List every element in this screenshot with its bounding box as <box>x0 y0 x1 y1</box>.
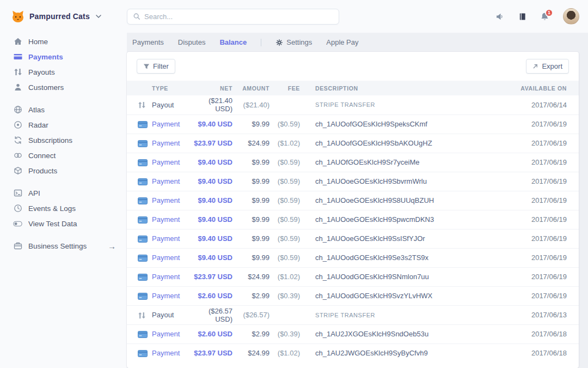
transaction-type-link[interactable]: Payment <box>152 254 180 262</box>
tab-settings[interactable]: Settings <box>275 38 312 46</box>
table-row[interactable]: Payment $9.40 USD $9.99 ($0.59) ch_1AUOo… <box>127 114 579 134</box>
transaction-description: ch_1AUOodGOEsKlcH9SvzYLvHWX <box>300 286 513 305</box>
net-amount: $9.40 USD <box>190 248 232 267</box>
sidebar-item-business-settings[interactable]: Business Settings → <box>13 238 127 254</box>
products-box-icon <box>13 166 22 176</box>
sidebar-item-label: Events & Logs <box>28 204 76 213</box>
tab-disputes[interactable]: Disputes <box>178 38 206 46</box>
type-icon-cell <box>127 172 152 191</box>
table-row[interactable]: Payment $2.60 USD $2.99 ($0.39) ch_1AU2J… <box>127 324 579 343</box>
sidebar-item-products[interactable]: Products <box>13 163 127 178</box>
transaction-type-link[interactable]: Payment <box>152 158 180 166</box>
table-row[interactable]: Payment $9.40 USD $9.99 ($0.59) ch_1AUOo… <box>127 229 579 248</box>
transaction-type-link[interactable]: Payout <box>152 311 174 319</box>
sidebar-item-atlas[interactable]: Atlas <box>13 102 127 117</box>
transaction-type-link[interactable]: Payment <box>152 330 180 338</box>
table-row[interactable]: Payment $9.40 USD $9.99 ($0.59) ch_1AUOo… <box>127 210 579 229</box>
export-button[interactable]: Export <box>526 59 569 74</box>
payment-card-icon <box>138 178 148 185</box>
table-row[interactable]: Payout ($26.57 USD) ($26.57) STRIPE TRAN… <box>127 305 579 324</box>
table-row[interactable]: Payout ($21.40 USD) ($21.40) STRIPE TRAN… <box>127 95 579 114</box>
transaction-type-link[interactable]: Payment <box>152 120 180 128</box>
card-toolbar: Filter Export <box>127 52 579 81</box>
header-available-on: AVAILABLE ON <box>513 81 579 95</box>
app-root: Pampurred Cats 1 <box>0 0 588 368</box>
transaction-type-link[interactable]: Payment <box>152 234 180 243</box>
sidebar-item-subscriptions[interactable]: Subscriptions <box>13 132 127 148</box>
api-terminal-icon <box>13 189 22 198</box>
type-icon-cell <box>127 324 152 343</box>
transaction-type-link[interactable]: Payment <box>152 196 180 204</box>
docs-book-icon[interactable] <box>518 13 526 21</box>
gross-amount: $9.99 <box>232 172 270 191</box>
account-logo-cat-icon <box>11 9 25 23</box>
sidebar-item-events-logs[interactable]: Events & Logs <box>13 201 127 216</box>
notifications-bell-icon[interactable]: 1 <box>540 12 549 21</box>
type-icon-cell <box>127 343 152 363</box>
tab-apple-pay[interactable]: Apple Pay <box>326 38 358 46</box>
tab-label: Payments <box>132 38 164 46</box>
transaction-type-link[interactable]: Payment <box>152 349 180 357</box>
gross-amount: $24.99 <box>232 267 270 286</box>
sidebar-item-customers[interactable]: Customers <box>13 80 127 95</box>
transaction-type-link[interactable]: Payment <box>152 215 180 224</box>
account-switcher[interactable]: Pampurred Cats <box>0 9 127 23</box>
transaction-description: ch_1AUOfGOEsKlcH9Sr7yceiMe <box>300 153 513 172</box>
main-content: Payments Disputes Balance Settings Apple… <box>127 33 588 368</box>
header-net: NET <box>190 81 232 95</box>
sidebar-item-radar[interactable]: Radar <box>13 117 127 132</box>
sidebar-item-label: View Test Data <box>28 220 77 228</box>
net-amount: $9.40 USD <box>190 210 232 229</box>
transaction-description: ch_1AUOoeGOEsKlcH9SpwcmDKN3 <box>300 210 513 229</box>
transaction-type-link[interactable]: Payment <box>152 139 180 147</box>
type-icon-cell <box>127 286 152 305</box>
table-row[interactable]: Payment $2.60 USD $2.99 ($0.39) ch_1AUOo… <box>127 286 579 305</box>
filter-button[interactable]: Filter <box>137 59 175 74</box>
tab-payments[interactable]: Payments <box>132 38 164 46</box>
table-row[interactable]: Payment $9.40 USD $9.99 ($0.59) ch_1AUOf… <box>127 153 579 172</box>
transaction-type-link[interactable]: Payment <box>152 177 180 185</box>
transaction-type-link[interactable]: Payment <box>152 273 180 281</box>
sidebar-item-payouts[interactable]: Payouts <box>13 64 127 80</box>
transaction-type-link[interactable]: Payout <box>152 101 174 109</box>
sidebar-item-payments[interactable]: Payments <box>13 49 127 64</box>
payments-card-icon <box>13 52 22 62</box>
search-icon <box>133 13 140 20</box>
table-row[interactable]: Payment $23.97 USD $24.99 ($1.02) ch_1AU… <box>127 134 579 153</box>
gross-amount: $9.99 <box>232 229 270 248</box>
sidebar-item-connect[interactable]: Connect <box>13 148 127 163</box>
filter-funnel-icon <box>143 63 150 70</box>
announcements-megaphone-icon[interactable] <box>495 12 505 21</box>
search-input[interactable] <box>144 13 333 21</box>
sidebar: Home Payments Payouts Customers <box>0 33 127 368</box>
transaction-description: ch_1AUOodGOEsKlcH9SNmlon7uu <box>300 267 513 286</box>
user-avatar[interactable] <box>563 8 579 25</box>
sidebar-item-view-test-data[interactable]: View Test Data <box>13 216 127 231</box>
sidebar-item-api[interactable]: API <box>13 185 127 201</box>
gross-amount: $24.99 <box>232 134 270 153</box>
search-box[interactable] <box>127 9 339 25</box>
tab-label: Balance <box>219 38 247 46</box>
table-row[interactable]: Payment $23.97 USD $24.99 ($1.02) ch_1AU… <box>127 343 579 363</box>
net-amount: $9.40 USD <box>190 191 232 210</box>
transaction-type-link[interactable]: Payment <box>152 292 180 300</box>
tab-balance[interactable]: Balance <box>219 38 247 46</box>
payout-transfer-icon <box>138 101 146 109</box>
business-settings-briefcase-icon <box>13 242 22 251</box>
table-row[interactable]: Payment $9.40 USD $9.99 ($0.59) ch_1AUOo… <box>127 172 579 191</box>
sidebar-item-home[interactable]: Home <box>13 34 127 49</box>
payment-card-icon <box>138 350 148 357</box>
table-row[interactable]: Payment $23.97 USD $24.99 ($1.02) ch_1AU… <box>127 267 579 286</box>
available-on-date: 2017/06/19 <box>513 172 579 191</box>
table-row[interactable]: Payment $9.40 USD $9.99 ($0.59) ch_1AUOo… <box>127 191 579 210</box>
tab-label: Apple Pay <box>326 38 358 46</box>
atlas-globe-icon <box>13 105 22 114</box>
subscriptions-cycle-icon <box>13 136 22 145</box>
transaction-description: ch_1AUOofGOEsKlcH9SbAKOUgHZ <box>300 134 513 153</box>
net-amount: $23.97 USD <box>190 267 232 286</box>
gross-amount: $2.99 <box>232 324 270 343</box>
type-icon-cell <box>127 267 152 286</box>
net-amount: $2.60 USD <box>190 286 232 305</box>
table-row[interactable]: Payment $9.40 USD $9.99 ($0.59) ch_1AUOo… <box>127 248 579 267</box>
sidebar-item-label: Atlas <box>28 106 45 114</box>
